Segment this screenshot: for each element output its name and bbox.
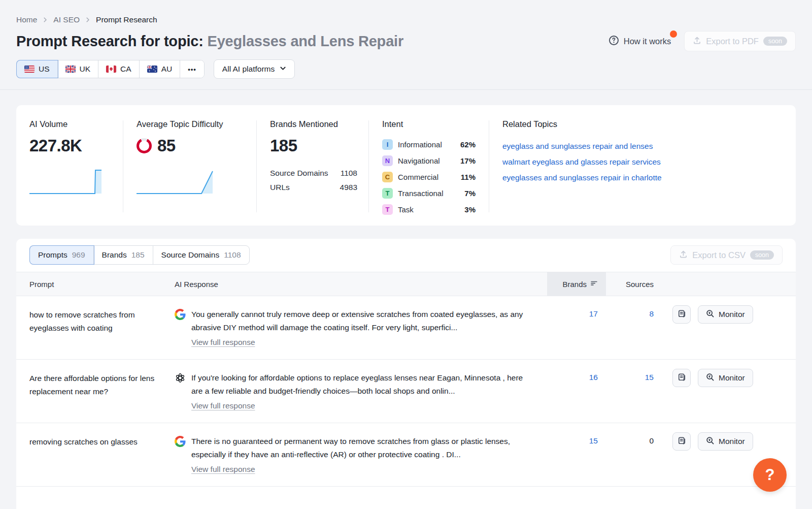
brands-count-link[interactable]: 15 — [589, 436, 598, 445]
related-topic-link[interactable]: eyeglass and sunglasses repair and lense… — [502, 138, 786, 154]
intent-row: C Commercial 11% — [382, 172, 476, 182]
brands-count-link[interactable]: 17 — [589, 309, 598, 318]
column-prompt[interactable]: Prompt — [29, 280, 175, 289]
intent-badge-0: I — [382, 139, 393, 150]
brands-mentioned-label: Brands Mentioned — [270, 119, 358, 129]
column-ai-response[interactable]: AI Response — [175, 280, 547, 289]
country-tab-ca[interactable]: CA — [98, 60, 140, 78]
prompt-text: how to remove scratches from eyeglasses … — [29, 296, 166, 335]
tab-source-domains-label: Source Domains — [161, 250, 220, 260]
country-selector: US UK CA AU ••• — [16, 60, 205, 78]
help-button[interactable]: ? — [753, 458, 787, 492]
intent-row: N Navigational 17% — [382, 155, 476, 166]
upload-icon — [693, 36, 701, 47]
tab-prompts[interactable]: Prompts 969 — [30, 246, 94, 264]
ai-volume-block: AI Volume 227.8K — [16, 119, 123, 213]
urls-label: URLs — [270, 183, 290, 192]
export-csv-button[interactable]: Export to CSV soon — [670, 245, 783, 265]
tab-brands-label: Brands — [102, 250, 127, 260]
country-tab-uk[interactable]: UK — [58, 60, 99, 78]
breadcrumb-current: Prompt Research — [96, 15, 157, 24]
table-header: Prompt AI Response Brands Sources — [16, 272, 796, 296]
ai-platforms-value: All AI platforms — [222, 65, 275, 74]
column-brands-label: Brands — [562, 280, 587, 289]
intent-badge-1: N — [382, 155, 393, 166]
breadcrumb-home[interactable]: Home — [16, 15, 37, 24]
tab-source-domains-count: 1108 — [224, 250, 241, 260]
difficulty-value: 85 — [157, 136, 176, 155]
prompt-text: removing scratches on glasses — [29, 423, 166, 449]
intent-block: Intent I Informational 62% N Navigationa… — [369, 119, 489, 213]
country-label-uk: UK — [80, 65, 91, 74]
difficulty-label: Average Topic Difficulty — [137, 119, 246, 129]
related-topic-link[interactable]: eyeglasses and sunglasses repair in char… — [502, 170, 786, 185]
table-row: removing scratches on glasses There is n… — [16, 423, 796, 487]
related-topics-block: Related Topics eyeglass and sunglasses r… — [489, 119, 796, 213]
intent-item-label: Informational — [398, 140, 460, 149]
page-header: Home AI SEO Prompt Research Prompt Resea… — [0, 0, 812, 79]
ai-platforms-dropdown[interactable]: All AI platforms — [214, 59, 295, 79]
sources-count-link[interactable]: 8 — [649, 309, 654, 318]
chevron-right-icon — [85, 17, 91, 23]
intent-badge-3: T — [382, 188, 393, 199]
page-title: Prompt Research for topic: Eyeglasses an… — [16, 33, 403, 50]
urls-value: 4983 — [340, 183, 357, 192]
monitor-magnifier-icon — [706, 373, 715, 384]
header-divider — [0, 89, 812, 90]
sources-count-link[interactable]: 15 — [645, 373, 654, 381]
table-tabs: Prompts 969 Brands 185 Source Domains 11… — [29, 245, 250, 265]
difficulty-block: Average Topic Difficulty 85 — [123, 119, 256, 213]
prompts-table-card: Prompts 969 Brands 185 Source Domains 11… — [16, 239, 796, 509]
monitor-button[interactable]: Monitor — [698, 305, 753, 324]
ai-response-text: There is no guaranteed or permanent way … — [191, 435, 530, 461]
tab-brands-count: 185 — [131, 250, 145, 260]
intent-item-pct: 7% — [464, 189, 476, 198]
chevron-right-icon — [42, 17, 48, 23]
intent-item-label: Navigational — [398, 156, 460, 165]
export-pdf-button[interactable]: Export to PDF soon — [684, 31, 796, 51]
column-sources[interactable]: Sources — [606, 280, 659, 289]
tab-brands[interactable]: Brands 185 — [94, 246, 153, 264]
view-full-response-link[interactable]: View full response — [191, 401, 255, 410]
country-tab-us[interactable]: US — [17, 60, 58, 78]
column-brands[interactable]: Brands — [547, 272, 606, 296]
how-it-works-button[interactable]: How it works — [608, 35, 676, 48]
brands-count-link[interactable]: 16 — [589, 373, 598, 381]
copy-response-button[interactable] — [672, 305, 691, 324]
ai-volume-value: 227.8K — [29, 136, 113, 155]
monitor-button[interactable]: Monitor — [698, 432, 753, 451]
source-domains-value: 1108 — [341, 169, 357, 178]
intent-item-label: Task — [398, 205, 464, 214]
ai-response-text: You generally cannot truly remove deep o… — [191, 308, 530, 334]
country-label-au: AU — [161, 65, 173, 74]
monitor-label: Monitor — [719, 437, 745, 446]
intent-item-label: Transactional — [398, 189, 464, 198]
document-copy-icon — [678, 309, 686, 320]
country-tab-au[interactable]: AU — [140, 60, 181, 78]
document-copy-icon — [678, 436, 686, 447]
export-csv-label: Export to CSV — [692, 250, 746, 260]
tab-prompts-count: 969 — [72, 250, 85, 260]
soon-badge: soon — [750, 250, 774, 260]
related-topics-label: Related Topics — [502, 119, 786, 129]
copy-response-button[interactable] — [672, 369, 691, 387]
sort-descending-icon — [590, 279, 598, 289]
tab-source-domains[interactable]: Source Domains 1108 — [153, 246, 249, 264]
view-full-response-link[interactable]: View full response — [191, 465, 255, 474]
related-topic-link[interactable]: walmart eyeglass and glasses repair serv… — [502, 154, 786, 170]
openai-icon — [175, 372, 186, 410]
uk-flag-icon — [65, 66, 76, 73]
soon-badge: soon — [763, 37, 787, 46]
more-countries-button[interactable]: ••• — [180, 60, 204, 78]
intent-badge-2: C — [382, 172, 393, 182]
difficulty-donut — [137, 138, 152, 153]
copy-response-button[interactable] — [672, 432, 691, 451]
breadcrumb: Home AI SEO Prompt Research — [16, 15, 796, 24]
monitor-label: Monitor — [719, 373, 745, 383]
source-domains-label: Source Domains — [270, 169, 328, 178]
monitor-button[interactable]: Monitor — [698, 369, 753, 387]
ai-volume-sparkline — [29, 169, 111, 195]
how-it-works-label: How it works — [624, 37, 671, 46]
breadcrumb-ai-seo[interactable]: AI SEO — [53, 15, 80, 24]
view-full-response-link[interactable]: View full response — [191, 338, 255, 347]
